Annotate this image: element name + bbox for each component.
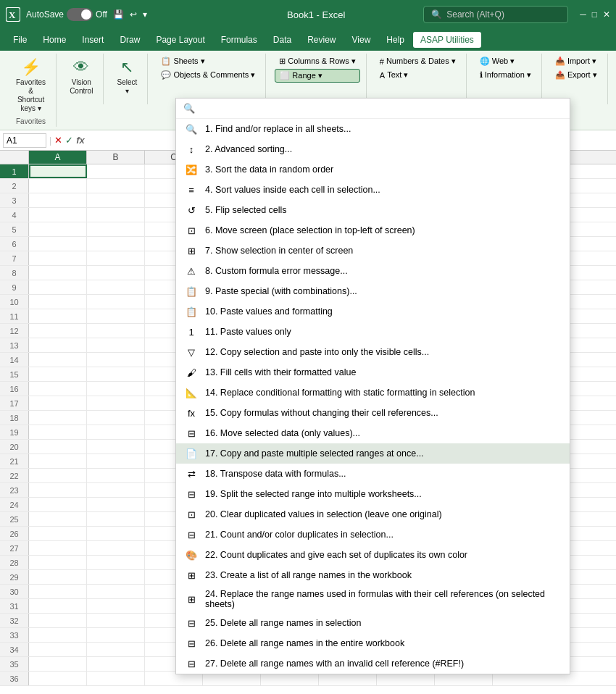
menu-home[interactable]: Home bbox=[36, 32, 73, 48]
spreadsheet-cell[interactable] bbox=[87, 309, 145, 323]
row-number[interactable]: 32 bbox=[0, 614, 29, 627]
row-number[interactable]: 12 bbox=[0, 324, 29, 338]
web-button[interactable]: 🌐 Web ▾ bbox=[475, 55, 536, 67]
dropdown-menu-item[interactable]: 📋9. Paste special (with combinations)... bbox=[176, 281, 570, 301]
row-number[interactable]: 30 bbox=[0, 585, 29, 598]
row-number[interactable]: 29 bbox=[0, 570, 29, 584]
minimize-btn[interactable]: ─ bbox=[580, 9, 586, 20]
dropdown-menu-item[interactable]: ⊟16. Move selected data (only values)... bbox=[176, 423, 570, 443]
spreadsheet-cell[interactable] bbox=[29, 672, 87, 685]
dropdown-menu-item[interactable]: ≡4. Sort values inside each cell in sele… bbox=[176, 180, 570, 200]
row-number[interactable]: 14 bbox=[0, 353, 29, 367]
import-button[interactable]: 📥 Import ▾ bbox=[551, 55, 602, 67]
spreadsheet-cell[interactable] bbox=[29, 498, 87, 511]
spreadsheet-cell[interactable] bbox=[29, 179, 87, 193]
spreadsheet-cell[interactable] bbox=[29, 483, 87, 497]
row-number[interactable]: 27 bbox=[0, 541, 29, 555]
dropdown-menu-item[interactable]: ⊞7. Show selection in center of screen bbox=[176, 241, 570, 261]
row-number[interactable]: 4 bbox=[0, 208, 29, 222]
row-number[interactable]: 13 bbox=[0, 338, 29, 352]
export-button[interactable]: 📤 Export ▾ bbox=[551, 69, 602, 81]
spreadsheet-cell[interactable] bbox=[29, 541, 87, 555]
row-number[interactable]: 3 bbox=[0, 193, 29, 207]
col-header-a[interactable]: A bbox=[29, 151, 87, 164]
spreadsheet-cell[interactable] bbox=[87, 324, 145, 338]
row-number[interactable]: 1 bbox=[0, 164, 29, 178]
spreadsheet-cell[interactable] bbox=[29, 556, 87, 569]
spreadsheet-cell[interactable] bbox=[87, 251, 145, 265]
spreadsheet-cell[interactable] bbox=[29, 411, 87, 425]
menu-help[interactable]: Help bbox=[379, 32, 412, 48]
dropdown-menu-item[interactable]: ▽12. Copy selection and paste into only … bbox=[176, 342, 570, 362]
dropdown-menu-item[interactable]: 📄17. Copy and paste multiple selected ra… bbox=[176, 443, 570, 464]
spreadsheet-cell[interactable] bbox=[87, 469, 145, 482]
dropdown-menu-item[interactable]: 🔍1. Find and/or replace in all sheets... bbox=[176, 119, 570, 139]
menu-view[interactable]: View bbox=[345, 32, 378, 48]
spreadsheet-cell[interactable] bbox=[87, 454, 145, 468]
autosave-toggle[interactable] bbox=[67, 8, 93, 21]
row-number[interactable]: 22 bbox=[0, 469, 29, 482]
spreadsheet-cell[interactable] bbox=[87, 222, 145, 236]
formula-fx-icon[interactable]: fx bbox=[76, 135, 85, 146]
spreadsheet-cell[interactable] bbox=[29, 570, 87, 584]
row-number[interactable]: 25 bbox=[0, 512, 29, 526]
dropdown-menu-item[interactable]: 111. Paste values only bbox=[176, 322, 570, 342]
menu-insert[interactable]: Insert bbox=[75, 32, 111, 48]
spreadsheet-cell[interactable] bbox=[87, 338, 145, 352]
menu-review[interactable]: Review bbox=[300, 32, 343, 48]
spreadsheet-cell[interactable] bbox=[87, 411, 145, 425]
spreadsheet-cell[interactable] bbox=[87, 425, 145, 439]
spreadsheet-cell[interactable] bbox=[87, 440, 145, 453]
spreadsheet-cell[interactable] bbox=[87, 527, 145, 540]
spreadsheet-cell[interactable] bbox=[87, 498, 145, 511]
spreadsheet-cell[interactable] bbox=[87, 237, 145, 251]
select-button[interactable]: ↖ Select ▾ bbox=[112, 55, 141, 99]
dropdown-menu-item[interactable]: ⊞23. Create a list of all range names in… bbox=[176, 565, 570, 585]
row-number[interactable]: 9 bbox=[0, 280, 29, 294]
row-number[interactable]: 20 bbox=[0, 440, 29, 453]
formula-confirm-icon[interactable]: ✓ bbox=[65, 135, 73, 146]
spreadsheet-cell[interactable] bbox=[87, 556, 145, 569]
row-number[interactable]: 8 bbox=[0, 266, 29, 280]
dropdown-menu-item[interactable]: 🎨22. Count duplicates and give each set … bbox=[176, 545, 570, 565]
spreadsheet-cell[interactable] bbox=[29, 367, 87, 381]
spreadsheet-cell[interactable] bbox=[87, 396, 145, 410]
spreadsheet-cell[interactable] bbox=[29, 440, 87, 453]
spreadsheet-cell[interactable] bbox=[29, 164, 87, 178]
dropdown-menu-item[interactable]: ⊟25. Delete all range names in selection bbox=[176, 613, 570, 633]
maximize-btn[interactable]: □ bbox=[592, 9, 597, 20]
spreadsheet-cell[interactable] bbox=[87, 179, 145, 193]
row-number[interactable]: 18 bbox=[0, 411, 29, 425]
dropdown-menu-item[interactable]: ↺5. Flip selected cells bbox=[176, 200, 570, 220]
spreadsheet-cell[interactable] bbox=[29, 237, 87, 251]
dropdown-menu-item[interactable]: ⇄18. Transpose data with formulas... bbox=[176, 464, 570, 484]
row-number[interactable]: 2 bbox=[0, 179, 29, 193]
row-number[interactable]: 11 bbox=[0, 309, 29, 323]
formula-cancel-icon[interactable]: ✕ bbox=[54, 135, 62, 146]
row-number[interactable]: 7 bbox=[0, 251, 29, 265]
spreadsheet-cell[interactable] bbox=[29, 280, 87, 294]
spreadsheet-cell[interactable] bbox=[87, 614, 145, 627]
spreadsheet-cell[interactable] bbox=[87, 353, 145, 367]
row-number[interactable]: 21 bbox=[0, 454, 29, 468]
spreadsheet-cell[interactable] bbox=[87, 295, 145, 309]
row-number[interactable]: 36 bbox=[0, 672, 29, 685]
spreadsheet-cell[interactable] bbox=[87, 280, 145, 294]
dropdown-menu-item[interactable]: ⊟27. Delete all range names with an inva… bbox=[176, 653, 570, 674]
spreadsheet-cell[interactable] bbox=[87, 541, 145, 555]
row-number[interactable]: 33 bbox=[0, 628, 29, 642]
spreadsheet-cell[interactable] bbox=[87, 570, 145, 584]
row-number[interactable]: 6 bbox=[0, 237, 29, 251]
row-number[interactable]: 26 bbox=[0, 527, 29, 540]
row-number[interactable]: 28 bbox=[0, 556, 29, 569]
spreadsheet-cell[interactable] bbox=[87, 672, 145, 685]
spreadsheet-cell[interactable] bbox=[29, 251, 87, 265]
menu-data[interactable]: Data bbox=[266, 32, 299, 48]
spreadsheet-cell[interactable] bbox=[29, 614, 87, 627]
spreadsheet-cell[interactable] bbox=[29, 338, 87, 352]
spreadsheet-cell[interactable] bbox=[87, 382, 145, 396]
cell-reference-input[interactable] bbox=[3, 133, 46, 148]
row-number[interactable]: 15 bbox=[0, 367, 29, 381]
spreadsheet-cell[interactable] bbox=[29, 469, 87, 482]
spreadsheet-cell[interactable] bbox=[87, 208, 145, 222]
